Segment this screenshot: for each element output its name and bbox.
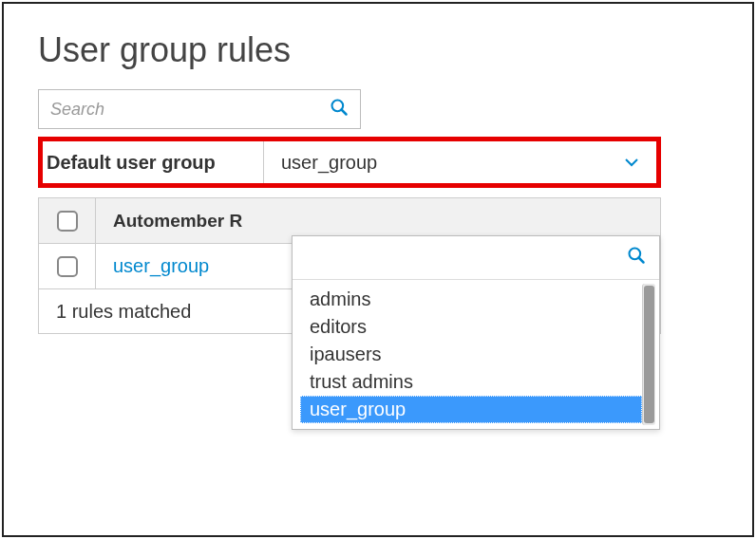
rule-link[interactable]: user_group xyxy=(96,255,209,277)
dropdown-selected-value: user_group xyxy=(281,152,377,174)
search-container xyxy=(38,89,361,129)
dropdown-search-row xyxy=(293,236,659,280)
row-checkbox-cell xyxy=(39,244,96,288)
svg-line-1 xyxy=(342,109,347,114)
dropdown-scrollbar[interactable] xyxy=(642,284,655,425)
dropdown-option-editors[interactable]: editors xyxy=(300,313,642,341)
search-icon[interactable] xyxy=(627,246,646,270)
header-checkbox-cell xyxy=(39,198,96,243)
search-input[interactable] xyxy=(50,100,330,120)
default-user-group-label: Default user group xyxy=(43,152,263,174)
chevron-down-icon xyxy=(624,155,639,170)
default-user-group-dropdown[interactable]: user_group xyxy=(263,141,656,183)
dropdown-search-input[interactable] xyxy=(306,248,627,268)
search-icon[interactable] xyxy=(330,98,349,121)
svg-line-3 xyxy=(639,258,644,263)
dropdown-options: admins editors ipausers trust admins use… xyxy=(293,280,642,429)
dropdown-option-trust-admins[interactable]: trust admins xyxy=(300,368,642,396)
scrollbar-thumb[interactable] xyxy=(644,286,654,423)
dropdown-option-admins[interactable]: admins xyxy=(300,286,642,313)
dropdown-option-user-group[interactable]: user_group xyxy=(300,396,642,423)
column-header-automember[interactable]: Automember R xyxy=(96,211,242,232)
page-title: User group rules xyxy=(38,30,718,70)
row-checkbox[interactable] xyxy=(57,256,78,277)
select-all-checkbox[interactable] xyxy=(57,211,78,232)
default-user-group-row: Default user group user_group xyxy=(38,137,661,188)
dropdown-option-ipausers[interactable]: ipausers xyxy=(300,341,642,368)
dropdown-panel: admins editors ipausers trust admins use… xyxy=(292,235,660,430)
dropdown-list: admins editors ipausers trust admins use… xyxy=(293,280,659,429)
